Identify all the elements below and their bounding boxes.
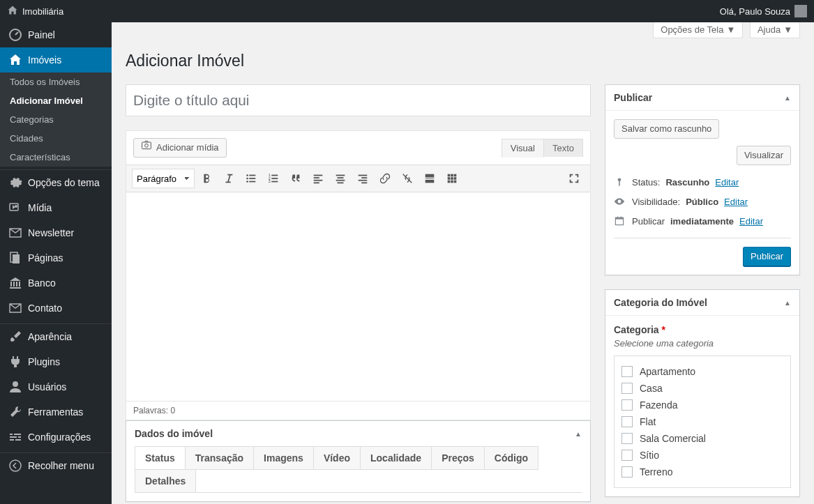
submenu-caracteristicas[interactable]: Características (0, 148, 112, 167)
category-help: Selecione uma categoria (614, 338, 791, 349)
menu-dashboard[interactable]: Painel (0, 22, 112, 47)
checkbox[interactable] (621, 366, 633, 377)
category-option[interactable]: Apartamento (621, 363, 783, 380)
adminbar-greeting: Olá, Paulo Souza (720, 6, 790, 17)
dados-tab-video[interactable]: Vídeo (313, 446, 361, 470)
svg-rect-29 (359, 175, 368, 176)
unlink-button[interactable] (397, 168, 418, 189)
menu-imoveis[interactable]: Imóveis (0, 47, 112, 72)
caret-down-icon: ▼ (783, 24, 792, 35)
checkbox[interactable] (621, 399, 633, 411)
svg-point-9 (246, 174, 248, 176)
align-left-button[interactable] (308, 168, 329, 189)
blockquote-button[interactable] (285, 168, 306, 189)
bullet-list-button[interactable] (241, 168, 262, 189)
fullscreen-button[interactable] (564, 168, 585, 189)
category-option[interactable]: Sítio (621, 447, 783, 464)
checkbox[interactable] (621, 383, 633, 394)
post-title-input[interactable] (126, 84, 591, 116)
dados-tab-status[interactable]: Status (135, 446, 186, 470)
menu-contato[interactable]: Contato (0, 296, 112, 321)
editor-content[interactable] (126, 192, 590, 401)
dados-tab-localidade[interactable]: Localidade (360, 446, 432, 470)
home-icon (7, 5, 18, 18)
help-button[interactable]: Ajuda ▼ (750, 22, 800, 38)
toggle-icon[interactable]: ▲ (784, 94, 791, 102)
bold-button[interactable] (196, 168, 217, 189)
calendar-icon (614, 215, 626, 227)
save-draft-button[interactable]: Salvar como rascunho (614, 119, 719, 139)
checkbox[interactable] (621, 450, 633, 461)
adminbar-site[interactable]: Imobiliária (7, 5, 63, 18)
menu-usuarios[interactable]: Usuários (0, 374, 112, 399)
menu-aparencia[interactable]: Aparência (0, 324, 112, 349)
editor-tab-text[interactable]: Texto (543, 139, 583, 157)
numbered-list-button[interactable]: 123 (263, 168, 284, 189)
dados-tab-transacao[interactable]: Transação (185, 446, 254, 470)
svg-text:3: 3 (269, 179, 271, 183)
editor-tab-visual[interactable]: Visual (502, 139, 544, 158)
svg-rect-41 (454, 177, 457, 180)
category-option[interactable]: Flat (621, 413, 783, 430)
svg-rect-46 (619, 181, 620, 185)
align-center-button[interactable] (330, 168, 351, 189)
adminbar-account[interactable]: Olá, Paulo Souza (720, 5, 807, 17)
submenu-cidades[interactable]: Cidades (0, 129, 112, 148)
submenu-todos[interactable]: Todos os Imóveis (0, 72, 112, 91)
menu-opcoes-tema[interactable]: Opções do tema (0, 170, 112, 195)
svg-rect-22 (314, 177, 319, 178)
menu-plugins[interactable]: Plugins (0, 349, 112, 374)
bank-icon (8, 276, 22, 290)
add-media-button[interactable]: Adicionar mídia (133, 138, 227, 158)
edit-status-link[interactable]: Editar (715, 177, 739, 188)
category-option[interactable]: Terreno (621, 464, 783, 480)
category-option[interactable]: Sala Comercial (621, 430, 783, 447)
svg-rect-40 (451, 177, 453, 180)
publish-button[interactable]: Publicar (743, 247, 791, 266)
adminbar-site-name: Imobiliária (22, 6, 63, 17)
toolbar-toggle-button[interactable] (442, 168, 462, 189)
svg-rect-10 (249, 175, 255, 176)
gear-icon (8, 176, 22, 190)
menu-collapse[interactable]: Recolher menu (0, 453, 112, 478)
svg-rect-30 (361, 177, 367, 178)
menu-paginas[interactable]: Páginas (0, 245, 112, 270)
format-select[interactable]: Parágrafo (132, 169, 195, 188)
dados-metabox: Dados do imóvel▲ Status Transação Imagen… (126, 420, 591, 502)
menu-configuracoes[interactable]: Configurações (0, 425, 112, 450)
checkbox[interactable] (621, 433, 633, 444)
svg-rect-18 (271, 178, 278, 179)
readmore-button[interactable] (419, 168, 440, 189)
align-right-button[interactable] (352, 168, 373, 189)
plugin-icon (8, 355, 22, 369)
category-option[interactable]: Casa (621, 380, 783, 397)
svg-rect-21 (314, 175, 323, 176)
dados-tab-codigo[interactable]: Código (484, 446, 538, 470)
checkbox[interactable] (621, 416, 633, 427)
preview-button[interactable]: Visualizar (737, 146, 791, 165)
submenu-adicionar[interactable]: Adicionar Imóvel (0, 91, 112, 110)
dados-tab-detalhes[interactable]: Detalhes (135, 469, 196, 493)
checkbox[interactable] (621, 466, 633, 478)
svg-rect-43 (451, 181, 453, 183)
edit-visibility-link[interactable]: Editar (724, 197, 748, 207)
dados-tab-precos[interactable]: Preços (431, 446, 485, 470)
category-label: Categoria * (614, 324, 791, 335)
edit-schedule-link[interactable]: Editar (739, 216, 763, 227)
screen-options-button[interactable]: Opções de Tela ▼ (653, 22, 743, 38)
menu-newsletter[interactable]: Newsletter (0, 220, 112, 245)
menu-midia[interactable]: Mídia (0, 195, 112, 220)
category-option[interactable]: Fazenda (621, 397, 783, 413)
italic-button[interactable] (218, 168, 239, 189)
menu-ferramentas[interactable]: Ferramentas (0, 399, 112, 425)
submenu-categorias[interactable]: Categorias (0, 110, 112, 129)
avatar (794, 5, 807, 17)
svg-rect-27 (336, 180, 345, 181)
menu-banco[interactable]: Banco (0, 270, 112, 296)
mail-icon (8, 226, 22, 240)
toggle-icon[interactable]: ▲ (784, 299, 791, 307)
svg-point-11 (246, 178, 248, 180)
toggle-icon[interactable]: ▲ (575, 430, 582, 438)
dados-tab-imagens[interactable]: Imagens (253, 446, 314, 470)
link-button[interactable] (375, 168, 395, 189)
